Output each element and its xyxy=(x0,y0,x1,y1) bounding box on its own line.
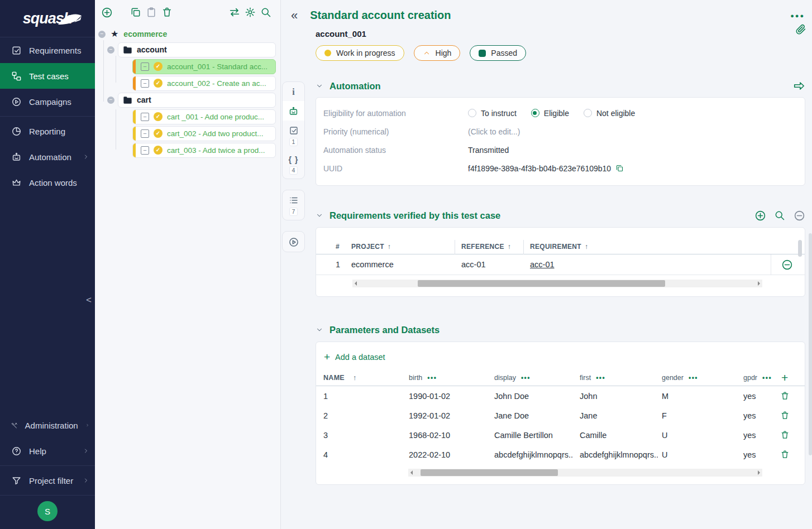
sidebar-item-automation[interactable]: Automation xyxy=(0,144,95,170)
tab-parameters[interactable]: { } 4 xyxy=(283,150,304,179)
column-header-birth[interactable]: birth••• xyxy=(409,374,494,382)
tab-automation[interactable] xyxy=(283,101,304,121)
chevron-down-icon[interactable] xyxy=(316,326,323,334)
block-minus-icon: − xyxy=(141,79,149,88)
tree-case-cart-001[interactable]: − ✓ cart _001 - Add one produc... xyxy=(132,108,280,125)
column-header-gpdr[interactable]: gpdr••• xyxy=(743,374,772,382)
radio-not-eligible[interactable]: Not eligible xyxy=(584,109,635,118)
dataset-row[interactable]: 4 2022-02-10 abcdefghijklmnopqrs... abcd… xyxy=(316,445,805,464)
delete-button[interactable] xyxy=(159,4,175,20)
section-title: Automation xyxy=(329,81,381,92)
column-menu-icon[interactable]: ••• xyxy=(762,374,772,382)
dataset-row[interactable]: 2 1992-01-02 Jane Doe Jane F yes xyxy=(316,406,805,425)
dataset-row[interactable]: 1 1990-01-02 John Doe John M yes xyxy=(316,386,805,406)
add-parameter-icon[interactable]: + xyxy=(772,373,797,383)
chevron-down-icon[interactable] xyxy=(316,211,323,219)
scroll-right-arrow[interactable] xyxy=(757,469,762,477)
tree-folder-account[interactable]: − account xyxy=(107,41,280,58)
column-header-first[interactable]: first••• xyxy=(580,374,662,382)
new-item-button[interactable] xyxy=(99,4,114,20)
sidebar-item-reporting[interactable]: Reporting xyxy=(0,118,95,144)
column-menu-icon[interactable]: ••• xyxy=(427,374,437,382)
column-header[interactable]: PROJECT↑ xyxy=(351,243,461,251)
execution-status-chip[interactable]: Passed xyxy=(470,45,526,61)
scrollbar-thumb[interactable] xyxy=(421,469,558,476)
status-chip[interactable]: Work in progress xyxy=(316,45,404,61)
paste-button[interactable] xyxy=(144,4,159,20)
add-dataset-button[interactable]: + Add a dataset xyxy=(316,349,805,369)
column-menu-icon[interactable]: ••• xyxy=(521,374,531,382)
go-to-automation-icon[interactable] xyxy=(793,80,805,92)
tab-history[interactable]: 7 xyxy=(283,190,304,220)
column-header[interactable]: REQUIREMENT↑ xyxy=(530,243,766,251)
copy-button[interactable] xyxy=(128,4,144,20)
column-menu-icon[interactable]: ••• xyxy=(596,374,605,382)
collapse-panel-icon[interactable]: « xyxy=(291,10,298,21)
import-export-button[interactable] xyxy=(227,4,242,20)
delete-dataset-icon[interactable] xyxy=(772,391,797,401)
scroll-left-arrow[interactable] xyxy=(352,280,358,287)
scrollbar-thumb[interactable] xyxy=(418,280,665,287)
column-header[interactable]: REFERENCE↑ xyxy=(461,243,530,251)
requirement-link[interactable]: acc-01 xyxy=(530,260,555,269)
radio-eligible[interactable]: Eligible xyxy=(531,109,569,118)
user-avatar[interactable]: S xyxy=(37,501,58,521)
column-header-display[interactable]: display••• xyxy=(494,374,580,382)
add-requirement-icon[interactable] xyxy=(754,209,766,222)
attachments-paperclip-icon[interactable] xyxy=(795,22,807,37)
sidebar-item-requirements[interactable]: Requirements xyxy=(0,37,95,63)
requirement-row[interactable]: 1 ecommerce acc-01 acc-01 xyxy=(316,254,805,275)
requirements-vertical-scrollbar[interactable] xyxy=(798,240,802,257)
datasets-horizontal-scrollbar[interactable] xyxy=(408,469,762,477)
sidebar-item-administration[interactable]: Administration xyxy=(0,412,95,438)
tab-steps[interactable]: 1 xyxy=(283,121,304,150)
collapse-minus-icon[interactable]: − xyxy=(107,46,114,54)
sidebar-item-action-words[interactable]: Action words xyxy=(0,170,95,195)
collapse-minus-icon[interactable]: − xyxy=(107,97,114,104)
scroll-left-arrow[interactable] xyxy=(408,469,414,477)
column-header[interactable]: # xyxy=(336,243,351,251)
radio-to-instruct[interactable]: To instruct xyxy=(468,109,517,118)
delete-dataset-icon[interactable] xyxy=(772,430,797,440)
column-header-name[interactable]: NAME↑ xyxy=(323,374,409,382)
remove-requirement-icon[interactable] xyxy=(793,209,805,222)
tree-project-row[interactable]: − ★ ecommerce xyxy=(95,27,280,41)
delete-dataset-icon[interactable] xyxy=(772,450,797,459)
sidebar-item-campaigns[interactable]: Campaigns xyxy=(0,89,95,114)
more-menu-icon[interactable]: ●●● xyxy=(790,12,805,19)
automation-card: Eligibility for automation To instruct E… xyxy=(316,97,805,186)
sidebar-item-label: Help xyxy=(29,446,46,456)
tree-case-cart-003[interactable]: − ✓ cart_003 - Add twice a prod... xyxy=(132,142,280,158)
tree-settings-button[interactable] xyxy=(242,4,258,20)
squash-logo[interactable]: squash xyxy=(0,0,95,37)
radio-icon xyxy=(468,109,476,117)
tab-information[interactable]: i xyxy=(283,82,304,101)
search-requirement-icon[interactable] xyxy=(773,209,786,222)
tab-executions[interactable] xyxy=(283,232,304,252)
test-case-tree-panel: − ★ ecommerce − account − ✓ account_001 … xyxy=(95,0,281,529)
requirements-horizontal-scrollbar[interactable] xyxy=(352,280,762,287)
tree-case-account-001[interactable]: − ✓ account_001 - Standard acc... xyxy=(132,58,280,75)
tree-case-cart-002[interactable]: − ✓ cart_002 - Add two product... xyxy=(132,125,280,142)
sidebar-item-test-cases[interactable]: Test cases xyxy=(0,63,95,89)
dataset-row[interactable]: 3 1968-02-10 Camille Bertillon Camille U… xyxy=(316,425,805,445)
column-header-gender[interactable]: gender••• xyxy=(662,374,743,382)
column-menu-icon[interactable]: ••• xyxy=(689,374,698,382)
sidebar-item-help[interactable]: Help xyxy=(0,438,95,464)
importance-chip[interactable]: High xyxy=(414,45,461,61)
dataset-birth: 1992-01-02 xyxy=(409,411,494,420)
delete-dataset-icon[interactable] xyxy=(772,411,797,420)
collapse-minus-icon[interactable]: − xyxy=(98,31,106,38)
page-vertical-scrollbar[interactable] xyxy=(809,233,812,455)
priority-value[interactable]: (Click to edit...) xyxy=(468,127,520,136)
chevron-down-icon[interactable] xyxy=(316,82,323,90)
unlink-requirement-icon[interactable] xyxy=(779,257,795,273)
tree-folder-cart[interactable]: − cart xyxy=(107,92,280,108)
tree-case-account-002[interactable]: − ✓ account_002 - Create an ac... xyxy=(132,75,280,92)
sidebar-collapse-icon[interactable]: < xyxy=(86,295,92,306)
scroll-right-arrow[interactable] xyxy=(757,280,762,287)
copy-uuid-icon[interactable] xyxy=(615,164,624,172)
tree-search-button[interactable] xyxy=(258,4,274,20)
dataset-gender: M xyxy=(662,392,743,401)
sidebar-item-project-filter[interactable]: Project filter xyxy=(0,468,95,493)
